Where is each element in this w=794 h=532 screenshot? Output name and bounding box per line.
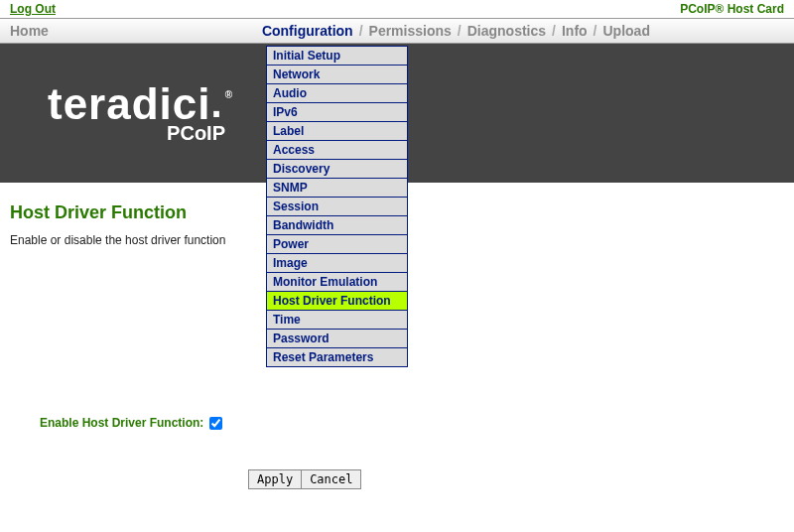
logo-wordmark: teradici (48, 79, 211, 128)
apply-button[interactable]: Apply (248, 469, 302, 489)
topbar: Log Out PCoIP® Host Card (0, 0, 794, 18)
dropdown-item-initial-setup[interactable]: Initial Setup (266, 46, 408, 66)
enable-checkbox[interactable] (209, 417, 222, 430)
dropdown-item-session[interactable]: Session (266, 197, 408, 216)
dropdown-item-power[interactable]: Power (266, 234, 408, 254)
dropdown-item-ipv6[interactable]: IPv6 (266, 102, 408, 122)
menu-diagnostics[interactable]: Diagnostics (467, 23, 546, 39)
dropdown-item-monitor-emulation[interactable]: Monitor Emulation (266, 272, 408, 292)
dropdown-item-audio[interactable]: Audio (266, 83, 408, 103)
button-row: ApplyCancel (248, 469, 784, 489)
dropdown-item-label[interactable]: Label (266, 121, 408, 141)
dropdown-item-snmp[interactable]: SNMP (266, 178, 408, 198)
brand-label: PCoIP® Host Card (680, 2, 784, 16)
menu-info[interactable]: Info (562, 23, 588, 39)
logo-dot: . (211, 81, 223, 125)
dropdown-item-image[interactable]: Image (266, 253, 408, 273)
menu-sep: / (552, 23, 556, 39)
dropdown-item-discovery[interactable]: Discovery (266, 159, 408, 179)
logo-tm: ® (225, 89, 233, 100)
menu-configuration[interactable]: Configuration (262, 23, 353, 39)
dropdown-item-bandwidth[interactable]: Bandwidth (266, 215, 408, 235)
logout-link[interactable]: Log Out (10, 2, 56, 16)
menu-permissions[interactable]: Permissions (369, 23, 452, 39)
dropdown-item-time[interactable]: Time (266, 310, 408, 330)
menu-upload[interactable]: Upload (603, 23, 650, 39)
dropdown-item-password[interactable]: Password (266, 329, 408, 348)
menubar: Home Configuration/Permissions/Diagnosti… (0, 18, 794, 44)
menu-sep: / (594, 23, 597, 39)
dropdown-item-access[interactable]: Access (266, 140, 408, 160)
menu-list: Configuration/Permissions/Diagnostics/In… (262, 23, 650, 39)
configuration-dropdown: Initial SetupNetworkAudioIPv6LabelAccess… (266, 47, 408, 367)
logo: teradici.® PCoIP (48, 82, 231, 145)
menu-sep: / (359, 23, 363, 39)
dropdown-item-network[interactable]: Network (266, 65, 408, 84)
cancel-button[interactable]: Cancel (301, 469, 361, 489)
menu-sep: / (458, 23, 462, 39)
dropdown-item-host-driver-function[interactable]: Host Driver Function (266, 291, 408, 311)
form-row-enable: Enable Host Driver Function: (40, 416, 784, 430)
dropdown-item-reset-parameters[interactable]: Reset Parameters (266, 347, 408, 367)
enable-label: Enable Host Driver Function: (40, 416, 203, 430)
menu-home[interactable]: Home (10, 23, 258, 39)
